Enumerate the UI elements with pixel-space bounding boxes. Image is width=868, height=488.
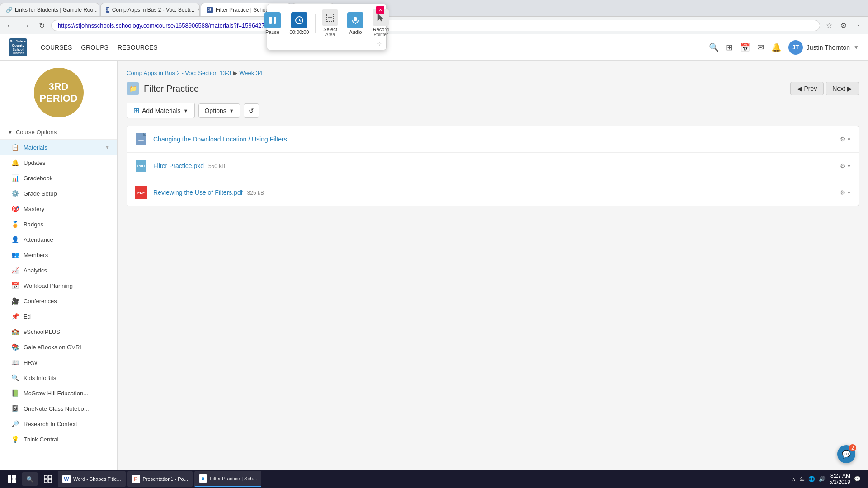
sidebar-item-gradebook[interactable]: 📊 Gradebook — [0, 170, 117, 186]
calendar-icon[interactable]: 📅 — [740, 42, 750, 52]
select-area-tool[interactable]: Select Area — [318, 8, 342, 39]
user-info[interactable]: JT Justin Thornton ▼ — [788, 40, 859, 55]
address-bar[interactable]: https://stjohnsschools.schoology.com/cou… — [51, 20, 820, 31]
add-materials-label: Add Materials — [142, 107, 181, 114]
task-view-button[interactable] — [40, 471, 56, 487]
word-app-label: Word - Shapes Title... — [73, 476, 121, 482]
tab-2-close[interactable]: ✕ — [197, 7, 200, 13]
taskbar: 🔍 W Word - Shapes Title... P Presentatio… — [0, 470, 868, 488]
forward-button[interactable]: → — [20, 21, 33, 31]
material-2-gear[interactable]: ⚙ ▼ — [840, 162, 851, 169]
hrw-label: HRW — [24, 359, 110, 366]
bell-icon[interactable]: 🔔 — [771, 42, 781, 52]
sidebar-item-mcgraw-hill[interactable]: 📗 McGraw-Hill Education... — [0, 385, 117, 401]
material-1-gear[interactable]: ⚙ ▼ — [840, 136, 851, 143]
analytics-label: Analytics — [24, 267, 110, 274]
logo[interactable]: St. Johns County School District — [9, 38, 27, 56]
popup-resize-area: ⊹ — [272, 41, 382, 47]
material-2-title: Filter Practice.pxd 550 kB — [153, 162, 835, 169]
material-2-gear-dropdown: ▼ — [847, 164, 851, 169]
taskbar-notifications-icon[interactable]: 💬 — [854, 476, 861, 482]
sidebar-item-materials[interactable]: 📋 Materials ▼ — [0, 140, 117, 155]
refresh-button[interactable]: ↺ — [244, 103, 259, 118]
sidebar-item-research-in-context[interactable]: 🔎 Research In Context — [0, 416, 117, 432]
taskbar-clock[interactable]: 8:27 AM 5/1/2019 — [829, 473, 850, 485]
material-2-link[interactable]: Filter Practice.pxd — [153, 162, 204, 169]
apps-icon[interactable]: ⊞ — [726, 42, 733, 52]
pause-tool[interactable]: Pause — [261, 10, 284, 37]
sidebar-item-ed[interactable]: 📌 Ed — [0, 309, 117, 324]
add-materials-button[interactable]: ⊞ Add Materials ▼ — [127, 103, 195, 118]
menu-button[interactable]: ⋮ — [853, 20, 864, 31]
sidebar-item-kids-infobits[interactable]: 🔍 Kids InfoBits — [0, 370, 117, 385]
svg-rect-14 — [44, 475, 47, 479]
sidebar-item-onenote[interactable]: 📓 OneNote Class Notebo... — [0, 401, 117, 416]
timer-label: 00:00:00 — [290, 29, 309, 35]
sidebar-item-mastery[interactable]: 🎯 Mastery — [0, 201, 117, 216]
add-materials-plus-icon: ⊞ — [133, 106, 139, 115]
sidebar-item-attendance[interactable]: 👤 Attendance — [0, 232, 117, 247]
email-icon[interactable]: ✉ — [757, 42, 764, 52]
material-3-gear[interactable]: ⚙ ▼ — [840, 189, 851, 196]
breadcrumb-course[interactable]: Comp Apps in Bus 2 - Voc: Section 13-3 — [127, 70, 231, 76]
select-label: Select — [323, 27, 337, 32]
mastery-icon: 🎯 — [11, 205, 19, 213]
taskbar-search[interactable]: 🔍 — [22, 472, 38, 486]
recording-popup-close-button[interactable]: ✕ — [376, 6, 384, 14]
audio-tool[interactable]: Audio — [344, 10, 367, 37]
material-3-title: Reviewing the Use of Filters.pdf 325 kB — [153, 189, 835, 196]
next-button[interactable]: Next ▶ — [826, 82, 859, 95]
rec-separator-1 — [315, 14, 316, 33]
tab-2[interactable]: S Comp Apps in Bus 2 - Voc: Secti... ✕ — [100, 3, 200, 16]
taskbar-app-powerpoint[interactable]: P Presentation1 - Po... — [127, 471, 193, 487]
sidebar-item-workload-planning[interactable]: 📅 Workload Planning — [0, 278, 117, 293]
sidebar-item-hrw[interactable]: 📖 HRW — [0, 355, 117, 370]
back-button[interactable]: ← — [4, 21, 16, 31]
sidebar-item-gale-ebooks[interactable]: 📚 Gale eBooks on GVRL — [0, 339, 117, 355]
sidebar-item-members[interactable]: 👥 Members — [0, 247, 117, 263]
svg-rect-8 — [354, 17, 357, 21]
updates-icon: 🔔 — [11, 159, 19, 167]
material-1-link[interactable]: Changing the Download Location / Using F… — [153, 136, 287, 143]
chat-bubble[interactable]: 💬 2 — [837, 445, 855, 463]
taskbar-up-arrow-icon[interactable]: ∧ — [792, 476, 796, 482]
resize-handle-icon[interactable]: ⊹ — [377, 41, 382, 47]
onenote-icon: 📓 — [11, 404, 19, 413]
sidebar-item-analytics[interactable]: 📈 Analytics — [0, 263, 117, 278]
word-app-icon: W — [62, 475, 71, 483]
breadcrumb: Comp Apps in Bus 2 - Voc: Section 13-3 ▶… — [127, 70, 859, 76]
sidebar-item-grade-setup[interactable]: ⚙️ Grade Setup — [0, 186, 117, 201]
conferences-label: Conferences — [24, 298, 110, 305]
breadcrumb-current[interactable]: Week 34 — [239, 70, 262, 76]
recording-tools: Pause 00:00:00 Select — [261, 8, 393, 39]
taskbar-app-word[interactable]: W Word - Shapes Title... — [58, 471, 126, 487]
sidebar-item-updates[interactable]: 🔔 Updates — [0, 155, 117, 170]
timer-tool: 00:00:00 — [286, 10, 313, 37]
pause-label: Pause — [265, 29, 279, 35]
sidebar-item-conferences[interactable]: 🎥 Conferences — [0, 293, 117, 309]
bookmark-button[interactable]: ☆ — [824, 20, 835, 31]
nav-groups[interactable]: GROUPS — [81, 42, 108, 53]
prev-button[interactable]: ◀ Prev — [790, 82, 824, 95]
mastery-label: Mastery — [24, 206, 110, 212]
course-options[interactable]: ▼ Course Options — [0, 125, 117, 140]
top-nav-links: COURSES GROUPS RESOURCES — [41, 42, 158, 53]
extensions-button[interactable]: ⚙ — [838, 20, 849, 31]
reload-button[interactable]: ↻ — [36, 20, 47, 31]
taskbar-app-edge[interactable]: e Filter Practice | Sch... — [194, 471, 261, 487]
sidebar-item-eschoolplus[interactable]: 🏫 eSchoolPLUS — [0, 324, 117, 339]
course-logo-text: 3RDPERIOD — [39, 81, 77, 105]
options-button[interactable]: Options ▼ — [198, 103, 240, 118]
sidebar-item-think-central[interactable]: 💡 Think Central — [0, 432, 117, 447]
start-button[interactable] — [4, 471, 20, 487]
nav-resources[interactable]: RESOURCES — [118, 42, 158, 53]
url-text: https://stjohnsschools.schoology.com/cou… — [58, 22, 271, 29]
sidebar-item-badges[interactable]: 🏅 Badges — [0, 216, 117, 232]
material-3-link[interactable]: Reviewing the Use of Filters.pdf — [153, 189, 243, 196]
table-row: PDF Reviewing the Use of Filters.pdf 325… — [127, 179, 859, 206]
course-logo-image: 3RDPERIOD — [34, 68, 84, 117]
nav-courses[interactable]: COURSES — [41, 42, 72, 53]
conferences-icon: 🎥 — [11, 297, 19, 305]
tab-1[interactable]: 🔗 Links for Students | Gamble Roo... ✕ — [0, 3, 99, 16]
search-icon[interactable]: 🔍 — [709, 42, 719, 52]
